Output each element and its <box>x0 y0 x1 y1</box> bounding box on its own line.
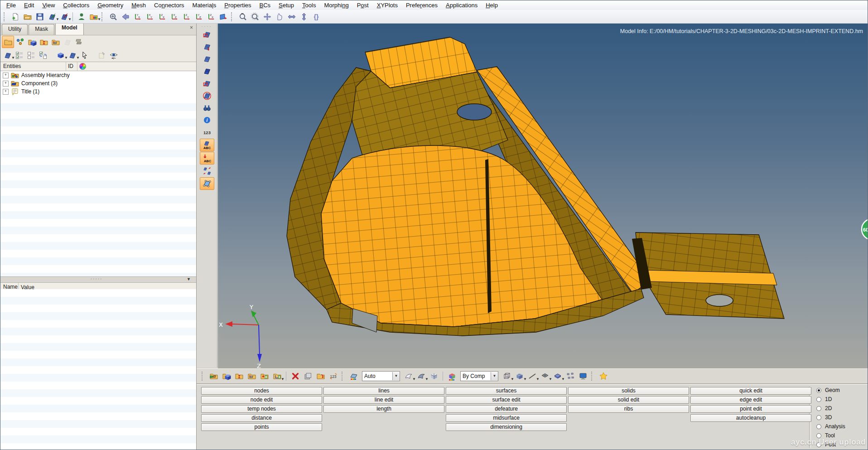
geometry-display-button[interactable]: ▼ <box>67 49 78 61</box>
tab-mask[interactable]: Mask <box>29 24 54 35</box>
chevron-down-icon[interactable]: ▼ <box>281 377 285 381</box>
page-radio-1d[interactable]: 1D <box>816 396 832 403</box>
radio-icon[interactable] <box>816 424 821 429</box>
tab-model[interactable]: Model <box>55 23 84 35</box>
page-radio-2d[interactable]: 2D <box>816 405 832 412</box>
radio-icon[interactable] <box>816 397 821 402</box>
stack-view-button[interactable] <box>73 36 85 48</box>
spherical-clipping-button[interactable] <box>200 90 214 102</box>
panel-button-lines[interactable]: lines <box>323 387 444 395</box>
view-zy-button[interactable]: ZY <box>181 11 192 22</box>
display-geometry-button[interactable]: ▼ <box>2 49 13 61</box>
user-profile-button[interactable] <box>76 11 87 22</box>
panel-button-temp-nodes[interactable]: temp nodes <box>201 405 322 413</box>
menu-mesh[interactable]: Mesh <box>127 1 150 9</box>
page-radio-geom[interactable]: Geom <box>816 387 840 394</box>
display-geom-handles-button[interactable] <box>200 29 214 40</box>
radio-icon[interactable] <box>816 433 821 438</box>
load-labels-button[interactable]: ABC <box>200 152 214 165</box>
element-labels-button[interactable]: ABC <box>200 139 214 151</box>
radio-icon[interactable] <box>816 406 821 411</box>
angle-brackets-button[interactable]: {} <box>310 11 322 22</box>
menu-materials[interactable]: Materials <box>188 1 221 9</box>
fit-view-button[interactable] <box>261 11 273 22</box>
display-wireframe-elements-button[interactable] <box>200 53 214 65</box>
panel-button-defeature[interactable]: defeature <box>446 405 567 413</box>
menu-properties[interactable]: Properties <box>220 1 255 9</box>
menu-file[interactable]: File <box>2 1 20 9</box>
expand-plus-icon[interactable]: + <box>3 89 9 95</box>
element-color-mode-button[interactable] <box>446 371 458 382</box>
view-zx-button[interactable]: ZX <box>156 11 168 22</box>
collapse-arrow-icon[interactable]: ▼ <box>187 277 191 281</box>
panel-button-node-edit[interactable]: node edit <box>201 396 322 404</box>
export-button[interactable]: ▼ <box>58 11 70 22</box>
tree-item[interactable]: +Title (1) <box>0 87 196 96</box>
rotate-view-button[interactable] <box>217 11 229 22</box>
tab-utility[interactable]: Utility <box>2 24 28 35</box>
reverse-display-button[interactable] <box>200 165 214 177</box>
color-settings-button[interactable]: ▼ <box>88 11 99 22</box>
surface-shaded-button[interactable]: ▼ <box>415 371 427 382</box>
splitter-grip-icon[interactable]: ····· <box>91 276 103 281</box>
delete-button[interactable] <box>289 371 301 382</box>
panel-button-nodes[interactable]: nodes <box>201 387 322 395</box>
menu-geometry[interactable]: Geometry <box>93 1 127 9</box>
display-shaded-elements-button[interactable] <box>200 65 214 77</box>
expand-plus-icon[interactable]: + <box>3 81 9 87</box>
menu-xyplots[interactable]: XYPlots <box>373 1 402 9</box>
performance-graphics-button[interactable] <box>577 371 588 382</box>
menu-view[interactable]: View <box>38 1 59 9</box>
component-view-button[interactable] <box>26 36 38 48</box>
numbers-display-button[interactable]: 123 <box>200 126 214 138</box>
component-collector-button[interactable] <box>221 371 232 382</box>
menu-tools[interactable]: Tools <box>298 1 320 9</box>
panel-button-quick-edit[interactable]: quick edit <box>690 387 811 395</box>
panel-button-autocleanup[interactable]: autocleanup <box>690 414 811 422</box>
graphics-viewport[interactable]: Model Info: E:/00/HM/tutorials/CHAPTER-3… <box>218 23 868 368</box>
pan-button[interactable] <box>274 11 285 22</box>
assembly-collector-button[interactable] <box>208 371 219 382</box>
tree-item[interactable]: +Assembly Hierarchy <box>0 71 196 79</box>
menu-edit[interactable]: Edit <box>20 1 38 9</box>
panel-button-point-edit[interactable]: point edit <box>690 405 811 413</box>
previous-view-button[interactable] <box>120 11 131 22</box>
menu-bcs[interactable]: BCs <box>256 1 275 9</box>
arrows-vertical-button[interactable] <box>298 11 309 22</box>
panel-button-surface-edit[interactable]: surface edit <box>446 396 567 404</box>
show-hide-button[interactable]: +/− <box>108 49 119 61</box>
entities-column-header[interactable]: Entities <box>0 62 66 71</box>
view-yx-button[interactable]: YX <box>132 11 143 22</box>
card-image-button[interactable] <box>302 371 313 382</box>
mesh-face-arm[interactable] <box>636 232 784 319</box>
view-iso-button[interactable]: ZX <box>205 11 217 22</box>
checkbox-tree-on-button[interactable] <box>14 49 25 61</box>
surface-wire-button[interactable]: ▼ <box>403 371 414 382</box>
panel-button-solids[interactable]: solids <box>568 387 689 395</box>
notification-badge[interactable]: 60 <box>862 219 868 240</box>
panel-button-edge-edit[interactable]: edge edit <box>690 396 811 404</box>
menu-morphing[interactable]: Morphing <box>320 1 352 9</box>
include-collector-button[interactable] <box>233 371 245 382</box>
panel-button-line-edit[interactable]: line edit <box>323 396 444 404</box>
chevron-down-icon[interactable]: ▼ <box>97 17 101 21</box>
tree-item[interactable]: +Component (3) <box>0 79 196 87</box>
panel-button-midsurface[interactable]: midsurface <box>446 414 567 422</box>
chevron-down-icon[interactable]: ▼ <box>491 372 498 380</box>
checkbox-tree-off-button[interactable] <box>25 49 37 61</box>
selector-arrow-button[interactable] <box>78 49 90 61</box>
element-color-combo[interactable]: By Comp▼ <box>460 371 498 381</box>
panel-button-solid-edit[interactable]: solid edit <box>568 396 689 404</box>
menu-applications[interactable]: Applications <box>442 1 482 9</box>
transparent-geometry-button[interactable] <box>428 371 439 382</box>
component-display-button[interactable]: ▼ <box>55 49 66 61</box>
load-collector-button[interactable] <box>259 371 270 382</box>
mask-display-button[interactable] <box>348 371 359 382</box>
plot-collector-button[interactable]: ▼ <box>271 371 283 382</box>
chevron-down-icon[interactable]: ▼ <box>392 372 400 380</box>
elements-1d-button[interactable]: ▼ <box>526 371 538 382</box>
menu-setup[interactable]: Setup <box>275 1 298 9</box>
current-view-button[interactable] <box>2 36 14 48</box>
organize-button[interactable] <box>315 371 326 382</box>
chevron-down-icon[interactable]: ▼ <box>68 17 72 21</box>
